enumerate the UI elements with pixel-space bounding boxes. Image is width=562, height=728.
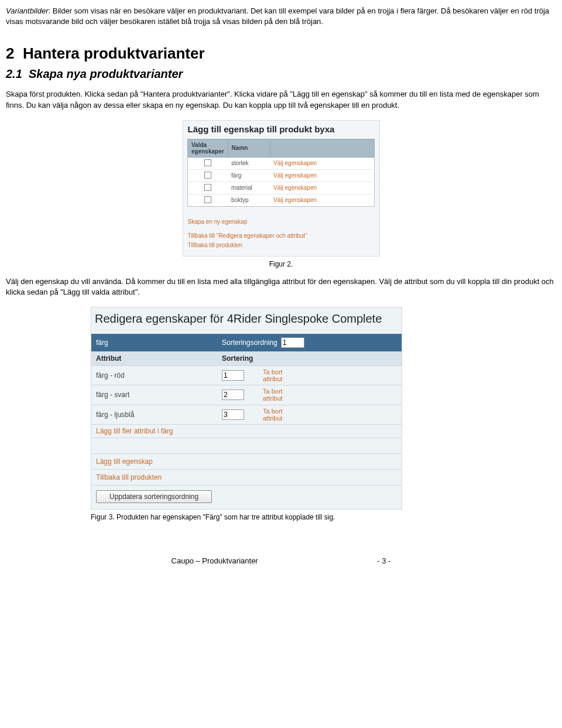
- attr-sort-input[interactable]: [222, 409, 244, 420]
- back-product-link[interactable]: Tillbaka till produkten: [188, 241, 375, 250]
- prop-name: storlek: [228, 157, 270, 169]
- add-property-row: Lägg till egenskap: [91, 454, 402, 470]
- back-row: Tillbaka till produkten: [91, 470, 402, 486]
- checkbox-icon[interactable]: [204, 196, 211, 203]
- table-row: storlek Välj egenskapen: [188, 157, 375, 169]
- checkbox-icon[interactable]: [204, 172, 211, 179]
- page-footer: Caupo – Produktvarianter - 3 -: [6, 556, 556, 565]
- section-heading: 2 Hantera produktvarianter: [6, 45, 556, 63]
- panel-title: Lägg till egenskap till produkt byxa: [183, 121, 379, 139]
- add-more-attr-row: Lägg till fler attribut i färg: [91, 425, 402, 438]
- new-property-link[interactable]: Skapa en ny egenskap: [188, 217, 375, 227]
- sort-order-input[interactable]: [281, 337, 304, 348]
- table-row: boktyp Välj egenskapen: [188, 194, 375, 206]
- body-paragraph-1: Skapa först produkten. Klicka sedan på "…: [6, 89, 556, 110]
- hdr-attr: Attribut: [96, 354, 222, 363]
- panel-links: Skapa en ny egenskap Tillbaka till "Redi…: [183, 207, 379, 251]
- attr-row: färg - svart Ta bortattribut: [91, 385, 402, 405]
- subsection-heading: 2.1 Skapa nya produktvarianter: [6, 67, 556, 81]
- prop-name: färg: [228, 169, 270, 182]
- figure-3: Redigera egenskaper för 4Rider Singlespo…: [91, 307, 556, 510]
- checkbox-icon[interactable]: [204, 159, 211, 166]
- body-paragraph-2: Välj den egenskap du vill använda. Då ko…: [6, 276, 556, 298]
- attr-row: färg - ljusblå Ta bortattribut: [91, 405, 402, 425]
- prop-name: material: [228, 182, 270, 194]
- attr-name: färg - svart: [96, 391, 222, 399]
- remove-attr-link[interactable]: Ta bortattribut: [263, 408, 283, 422]
- panel-title: Redigera egenskaper för 4Rider Singlespo…: [91, 307, 402, 334]
- intro-term: Variantbilder: [6, 6, 49, 15]
- add-property-link[interactable]: Lägg till egenskap: [96, 457, 153, 466]
- add-more-attr-link[interactable]: Lägg till fler attribut i färg: [96, 427, 173, 435]
- remove-attr-link[interactable]: Ta bortattribut: [263, 368, 283, 382]
- select-link[interactable]: Välj egenskapen: [273, 160, 317, 166]
- hdr-sort: Sortering: [222, 354, 253, 363]
- footer-right: - 3 -: [377, 556, 390, 565]
- section-title: Hantera produktvarianter: [23, 45, 205, 62]
- attr-name: färg - ljusblå: [96, 411, 222, 419]
- property-label: färg: [96, 339, 222, 347]
- properties-table: Valda egenskaper Namn storlek Välj egens…: [187, 139, 375, 207]
- attr-sort-input[interactable]: [222, 389, 244, 400]
- footer-left: Caupo – Produktvarianter: [172, 556, 258, 565]
- back-edit-link[interactable]: Tillbaka till "Redigera egenskaper och a…: [188, 231, 375, 241]
- select-link[interactable]: Välj egenskapen: [273, 172, 317, 179]
- attr-name: färg - röd: [96, 371, 222, 380]
- subsection-title: Skapa nya produktvarianter: [29, 67, 183, 80]
- figure-2: Lägg till egenskap till produkt byxa Val…: [6, 120, 556, 257]
- col-checked: Valda egenskaper: [188, 139, 228, 157]
- attr-header-row: Attribut Sortering: [91, 351, 402, 366]
- col-name: Namn: [228, 139, 270, 157]
- update-sort-button[interactable]: Uppdatera sorteringsordning: [96, 490, 212, 503]
- attr-sort-input[interactable]: [222, 370, 244, 381]
- add-property-panel: Lägg till egenskap till produkt byxa Val…: [183, 120, 380, 257]
- select-link[interactable]: Välj egenskapen: [273, 184, 317, 191]
- table-row: färg Välj egenskapen: [188, 169, 375, 182]
- sort-label: Sorteringsordning: [222, 339, 277, 347]
- spacer: [91, 438, 402, 454]
- select-link[interactable]: Välj egenskapen: [273, 197, 317, 203]
- table-row: material Välj egenskapen: [188, 182, 375, 194]
- prop-name: boktyp: [228, 194, 270, 206]
- figure-3-caption: Figur 3. Produkten har egenskapen "Färg"…: [91, 513, 556, 521]
- checkbox-icon[interactable]: [204, 184, 211, 191]
- figure-2-caption: Figur 2.: [6, 260, 556, 268]
- remove-attr-link[interactable]: Ta bortattribut: [263, 388, 283, 402]
- back-product-link[interactable]: Tillbaka till produkten: [96, 473, 162, 481]
- intro-paragraph: Variantbilder: Bilder som visas när en b…: [6, 6, 556, 27]
- section-number: 2: [6, 45, 14, 62]
- attr-row: färg - röd Ta bortattribut: [91, 366, 402, 385]
- subsection-number: 2.1: [6, 67, 22, 80]
- col-action: [270, 139, 374, 157]
- property-bar: färg Sorteringsordning: [91, 334, 402, 351]
- intro-text: : Bilder som visas när en besökare välje…: [6, 6, 549, 26]
- edit-properties-panel: Redigera egenskaper för 4Rider Singlespo…: [91, 307, 402, 510]
